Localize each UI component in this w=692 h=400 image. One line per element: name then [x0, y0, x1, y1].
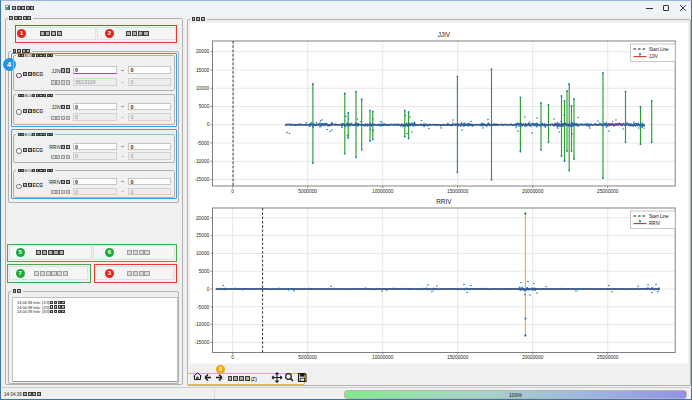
- svg-text:10000: 10000: [196, 86, 210, 91]
- svg-text:20000000: 20000000: [522, 189, 544, 194]
- svg-text:0: 0: [207, 122, 210, 127]
- svg-text:-15000: -15000: [194, 177, 209, 182]
- svg-text:0: 0: [231, 355, 234, 360]
- svg-text:-5000: -5000: [197, 141, 210, 146]
- svg-text:5000: 5000: [199, 269, 210, 274]
- svg-text:15000: 15000: [196, 233, 210, 238]
- svg-text:Start Line: Start Line: [649, 214, 669, 219]
- svg-text:5000000: 5000000: [298, 189, 317, 194]
- svg-text:5000: 5000: [199, 104, 210, 109]
- svg-text:0: 0: [231, 189, 234, 194]
- svg-text:RRIV: RRIV: [649, 221, 661, 226]
- svg-text:15000: 15000: [196, 68, 210, 73]
- svg-text:15000000: 15000000: [447, 355, 469, 360]
- svg-text:JJIV: JJIV: [438, 31, 451, 38]
- svg-text:20000000: 20000000: [522, 355, 544, 360]
- svg-text:5000000: 5000000: [298, 355, 317, 360]
- svg-text:25000000: 25000000: [597, 189, 619, 194]
- svg-text:0: 0: [207, 287, 210, 292]
- svg-text:JJIV: JJIV: [649, 54, 659, 59]
- svg-text:10000000: 10000000: [372, 189, 394, 194]
- svg-text:10000000: 10000000: [372, 355, 394, 360]
- svg-text:RRIV: RRIV: [436, 198, 452, 205]
- svg-text:20000: 20000: [196, 216, 210, 221]
- svg-text:-5000: -5000: [197, 305, 210, 310]
- svg-text:-10000: -10000: [194, 159, 209, 164]
- svg-text:15000000: 15000000: [447, 189, 469, 194]
- svg-text:-15000: -15000: [194, 340, 209, 345]
- svg-text:Start Line: Start Line: [649, 47, 669, 52]
- svg-text:10000: 10000: [196, 251, 210, 256]
- svg-text:-10000: -10000: [194, 322, 209, 327]
- svg-text:25000000: 25000000: [597, 355, 619, 360]
- svg-text:20000: 20000: [196, 49, 210, 54]
